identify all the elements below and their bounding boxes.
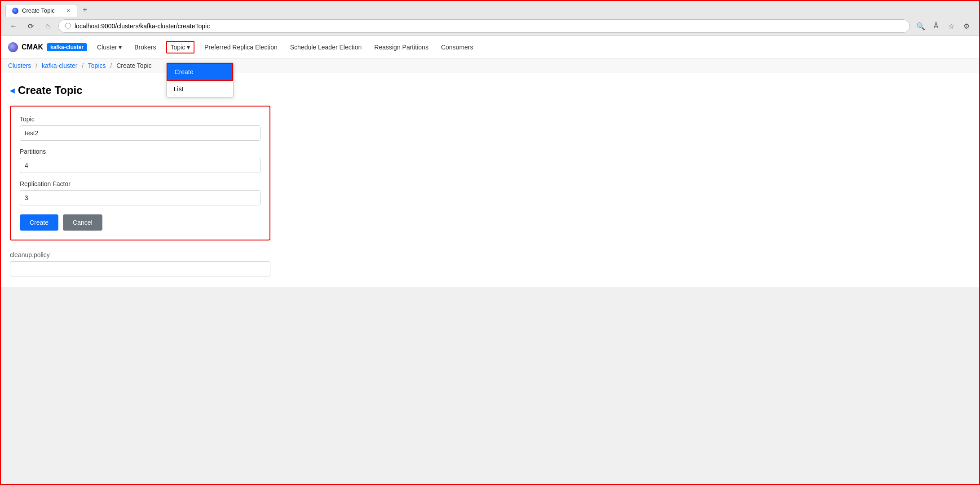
dropdown-create[interactable]: Create — [167, 63, 233, 81]
address-bar-row: ← ⟳ ⌂ ⓘ localhost:9000/clusters/kafka-cl… — [5, 17, 975, 36]
breadcrumb-sep-3: / — [110, 62, 112, 69]
app-content: CMAK kafka-cluster Cluster ▾ Brokers Top… — [1, 36, 979, 287]
page-title-row: ◂ Create Topic — [10, 84, 970, 97]
tab-favicon — [12, 8, 18, 14]
page-title: Create Topic — [18, 84, 83, 97]
form-buttons: Create Cancel — [20, 214, 260, 231]
nav-preferred-replica[interactable]: Preferred Replica Election — [202, 42, 280, 53]
url-text: localhost:9000/clusters/kafka-cluster/cr… — [75, 22, 210, 30]
cleanup-policy-input[interactable] — [10, 261, 270, 276]
breadcrumb-current: Create Topic — [116, 62, 151, 69]
dropdown-list[interactable]: List — [167, 81, 233, 97]
back-button[interactable]: ← — [7, 20, 20, 32]
new-tab-button[interactable]: + — [79, 4, 91, 17]
nav-schedule-leader[interactable]: Schedule Leader Election — [287, 42, 365, 53]
cleanup-policy-label: cleanup.policy — [10, 251, 970, 258]
main-content: ◂ Create Topic Topic Partitions Replicat… — [1, 73, 979, 287]
breadcrumb: Clusters / kafka-cluster / Topics / Crea… — [1, 58, 979, 73]
read-button[interactable]: Â — [930, 20, 942, 32]
home-button[interactable]: ⌂ — [41, 20, 54, 32]
nav-cluster[interactable]: Cluster ▾ — [94, 42, 124, 53]
nav-consumers[interactable]: Consumers — [438, 42, 476, 53]
tab-close-button[interactable]: ✕ — [66, 8, 71, 14]
partitions-label: Partitions — [20, 148, 260, 155]
browser-frame: Create Topic ✕ + ← ⟳ ⌂ ⓘ localhost:9000/… — [0, 0, 980, 485]
brand-icon — [8, 42, 18, 52]
settings-button[interactable]: ⚙ — [960, 20, 973, 32]
topic-field-group: Topic — [20, 116, 260, 141]
browser-top: Create Topic ✕ + ← ⟳ ⌂ ⓘ localhost:9000/… — [1, 1, 979, 36]
topic-dropdown: Create List — [166, 62, 234, 98]
replication-input[interactable] — [20, 190, 260, 205]
partitions-input[interactable] — [20, 158, 260, 173]
breadcrumb-sep-1: / — [35, 62, 37, 69]
nav-brokers[interactable]: Brokers — [132, 42, 159, 53]
replication-label: Replication Factor — [20, 180, 260, 187]
nav-reassign[interactable]: Reassign Partitions — [371, 42, 431, 53]
nav-topic[interactable]: Topic ▾ — [166, 41, 195, 53]
replication-field-group: Replication Factor — [20, 180, 260, 205]
nav-topic-wrapper: Topic ▾ Create List — [166, 41, 195, 53]
topic-label: Topic — [20, 116, 260, 123]
info-icon: ⓘ — [65, 22, 71, 30]
favorites-button[interactable]: ☆ — [945, 20, 958, 32]
cancel-button[interactable]: Cancel — [63, 214, 102, 231]
reload-button[interactable]: ⟳ — [24, 20, 37, 32]
breadcrumb-sep-2: / — [82, 62, 84, 69]
create-topic-form: Topic Partitions Replication Factor Crea… — [10, 106, 270, 240]
partitions-field-group: Partitions — [20, 148, 260, 173]
breadcrumb-clusters[interactable]: Clusters — [8, 62, 31, 69]
create-button[interactable]: Create — [20, 214, 58, 231]
navbar-brand: CMAK kafka-cluster — [8, 42, 87, 52]
breadcrumb-topics[interactable]: Topics — [88, 62, 106, 69]
tab-title: Create Topic — [22, 7, 55, 14]
zoom-button[interactable]: 🔍 — [914, 20, 927, 32]
back-arrow-icon: ◂ — [10, 85, 14, 96]
active-tab[interactable]: Create Topic ✕ — [5, 4, 77, 17]
extra-field-group: cleanup.policy — [10, 251, 970, 276]
toolbar-icons: 🔍 Â ☆ ⚙ — [914, 20, 973, 32]
breadcrumb-kafka-cluster[interactable]: kafka-cluster — [42, 62, 77, 69]
address-bar[interactable]: ⓘ localhost:9000/clusters/kafka-cluster/… — [58, 19, 910, 33]
brand-name: CMAK — [22, 43, 43, 51]
navbar: CMAK kafka-cluster Cluster ▾ Brokers Top… — [1, 36, 979, 58]
cluster-badge[interactable]: kafka-cluster — [47, 43, 87, 51]
tab-bar: Create Topic ✕ + — [5, 4, 975, 17]
topic-input[interactable] — [20, 125, 260, 141]
